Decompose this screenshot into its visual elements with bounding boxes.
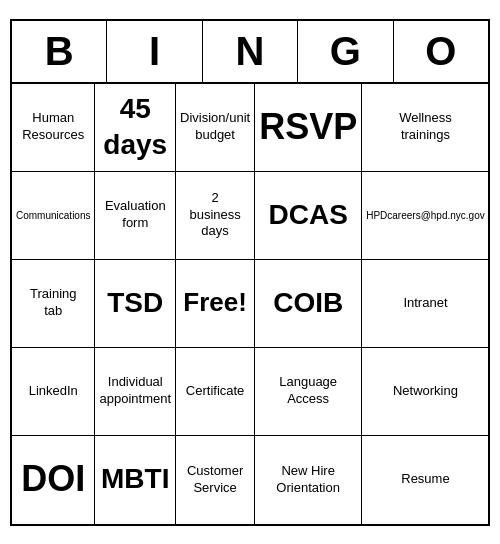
cell-text: LinkedIn: [29, 383, 78, 400]
bingo-grid: Human Resources45 daysDivision/unit budg…: [12, 84, 488, 524]
cell-text: Certificate: [186, 383, 245, 400]
bingo-cell: Networking: [362, 348, 489, 436]
header-letter: O: [394, 21, 488, 82]
cell-text: New Hire Orientation: [276, 463, 340, 497]
cell-text: Human Resources: [22, 110, 84, 144]
bingo-cell: DCAS: [255, 172, 362, 260]
cell-text: Wellness trainings: [399, 110, 452, 144]
cell-text: HPDcareers@hpd.nyc.gov: [366, 209, 485, 222]
cell-text: Communications: [16, 209, 90, 222]
bingo-cell: 45 days: [95, 84, 176, 172]
bingo-cell: Certificate: [176, 348, 255, 436]
header-letter: B: [12, 21, 107, 82]
cell-text: RSVP: [259, 104, 357, 151]
bingo-cell: Individual appointment: [95, 348, 176, 436]
bingo-cell: Resume: [362, 436, 489, 524]
bingo-cell: Free!: [176, 260, 255, 348]
bingo-cell: Intranet: [362, 260, 489, 348]
bingo-cell: Training tab: [12, 260, 95, 348]
bingo-cell: New Hire Orientation: [255, 436, 362, 524]
cell-text: Training tab: [30, 286, 76, 320]
cell-text: 2 business days: [189, 190, 240, 241]
bingo-cell: MBTI: [95, 436, 176, 524]
bingo-cell: Evaluation form: [95, 172, 176, 260]
bingo-cell: Human Resources: [12, 84, 95, 172]
bingo-cell: TSD: [95, 260, 176, 348]
bingo-cell: Language Access: [255, 348, 362, 436]
header-letter: G: [298, 21, 393, 82]
cell-text: Division/unit budget: [180, 110, 250, 144]
bingo-cell: Customer Service: [176, 436, 255, 524]
bingo-cell: LinkedIn: [12, 348, 95, 436]
cell-text: Language Access: [279, 374, 337, 408]
bingo-cell: Wellness trainings: [362, 84, 489, 172]
cell-text: MBTI: [101, 461, 169, 497]
bingo-cell: RSVP: [255, 84, 362, 172]
cell-text: Resume: [401, 471, 449, 488]
cell-text: COIB: [273, 285, 343, 321]
cell-text: 45 days: [103, 91, 167, 164]
cell-text: Networking: [393, 383, 458, 400]
cell-text: Evaluation form: [105, 198, 166, 232]
bingo-cell: Communications: [12, 172, 95, 260]
cell-text: TSD: [107, 285, 163, 321]
bingo-card: BINGO Human Resources45 daysDivision/uni…: [10, 19, 490, 526]
bingo-cell: HPDcareers@hpd.nyc.gov: [362, 172, 489, 260]
bingo-header: BINGO: [12, 21, 488, 84]
bingo-cell: DOI: [12, 436, 95, 524]
header-letter: N: [203, 21, 298, 82]
bingo-cell: COIB: [255, 260, 362, 348]
cell-text: Intranet: [403, 295, 447, 312]
cell-text: DCAS: [268, 197, 347, 233]
cell-text: Free!: [183, 286, 247, 320]
bingo-cell: Division/unit budget: [176, 84, 255, 172]
header-letter: I: [107, 21, 202, 82]
cell-text: Individual appointment: [99, 374, 171, 408]
bingo-cell: 2 business days: [176, 172, 255, 260]
cell-text: Customer Service: [187, 463, 243, 497]
cell-text: DOI: [21, 456, 85, 503]
